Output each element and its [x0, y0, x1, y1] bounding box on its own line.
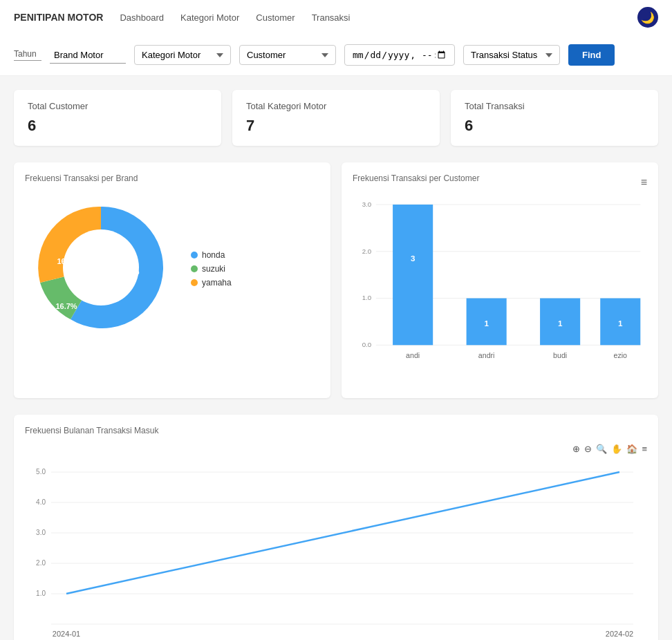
stat-kategori-title: Total Kategori Motor: [246, 101, 426, 111]
lx-jan: 2024-01: [53, 630, 80, 638]
donut-label-suzuki: 16.7%: [55, 302, 77, 310]
theme-toggle[interactable]: 🌙: [637, 7, 658, 28]
bar-chart-menu-icon[interactable]: ≡: [641, 176, 647, 189]
bar-label-andi: 3: [411, 254, 416, 263]
stat-kategori-value: 7: [246, 117, 426, 135]
kategori-motor-select[interactable]: Kategori Motor: [134, 45, 231, 65]
stat-total-kategori: Total Kategori Motor 7: [232, 90, 440, 146]
main-content: Total Customer 6 Total Kategori Motor 7 …: [0, 76, 672, 640]
lx-feb: 2024-02: [606, 630, 633, 638]
x-label-andi: andi: [406, 351, 420, 359]
legend-label-yamaha: yamaha: [202, 278, 232, 288]
legend-dot-honda: [191, 252, 198, 258]
bar-label-ezio: 1: [618, 319, 623, 328]
stat-transaksi-title: Total Transaksi: [465, 101, 644, 111]
stat-customer-value: 6: [28, 117, 207, 135]
ly-5: 5.0: [36, 468, 46, 476]
x-label-andri: andri: [478, 351, 495, 359]
toolbar-zoom-out-icon[interactable]: ⊖: [584, 444, 592, 454]
bar-label-budi: 1: [558, 319, 563, 328]
y-label-0: 0.0: [362, 341, 371, 348]
legend-label-honda: honda: [202, 250, 225, 260]
brand-motor-input[interactable]: [50, 47, 126, 64]
tahun-label: Tahun: [14, 49, 41, 61]
legend-suzuki: suzuki: [191, 264, 232, 274]
donut-svg: 66.7% 16.7% 16.7%: [25, 191, 177, 346]
charts-row: Frekuensi Transaksi per Brand: [14, 162, 658, 398]
bar-chart-card: Frekuensi Transaksi per Customer ≡ 3.0 2…: [342, 162, 658, 398]
line-chart-svg: 5.0 4.0 3.0 2.0 1.0 2024-01 2024-02: [25, 457, 647, 640]
donut-chart-card: Frekuensi Transaksi per Brand: [14, 162, 330, 398]
customer-select[interactable]: Customer: [239, 45, 336, 65]
line-chart-toolbar: ⊕ ⊖ 🔍 ✋ 🏠 ≡: [25, 444, 647, 454]
toolbar-hand-icon[interactable]: ✋: [611, 444, 622, 454]
x-label-ezio: ezio: [614, 351, 628, 359]
bar-chart-title: Frekuensi Transaksi per Customer: [353, 173, 479, 183]
donut-legend: honda suzuki yamaha: [191, 250, 232, 288]
find-button[interactable]: Find: [568, 44, 615, 66]
legend-dot-yamaha: [191, 279, 198, 286]
bar-chart-area: 3.0 2.0 1.0 0.0 3 1: [353, 191, 647, 387]
toolbar-menu-icon[interactable]: ≡: [642, 444, 647, 454]
donut-container: 66.7% 16.7% 16.7% honda suzuki: [25, 191, 319, 346]
stat-transaksi-value: 6: [465, 117, 644, 135]
ly-3: 3.0: [36, 529, 46, 536]
stats-row: Total Customer 6 Total Kategori Motor 7 …: [14, 90, 658, 146]
y-label-3: 3.0: [362, 200, 371, 208]
nav-customer[interactable]: Customer: [256, 12, 295, 23]
nav-transaksi[interactable]: Transaksi: [312, 12, 351, 23]
ly-2: 2.0: [36, 559, 46, 567]
navbar: PENITIPAN MOTOR Dashboard Kategori Motor…: [0, 0, 672, 35]
stat-total-customer: Total Customer 6: [14, 90, 221, 146]
bar-chart-svg: 3.0 2.0 1.0 0.0 3 1: [353, 191, 647, 385]
donut-label-yamaha: 16.7%: [57, 257, 78, 265]
nav-dashboard[interactable]: Dashboard: [120, 12, 164, 23]
navbar-brand: PENITIPAN MOTOR: [14, 12, 103, 23]
filter-bar: Tahun Kategori Motor Customer Transaksi …: [0, 35, 672, 76]
nav-kategori-motor[interactable]: Kategori Motor: [180, 12, 239, 23]
transaksi-status-select[interactable]: Transaksi Status: [463, 45, 560, 65]
x-label-budi: budi: [553, 351, 567, 359]
ly-1: 1.0: [36, 590, 46, 597]
y-label-2: 2.0: [362, 247, 371, 255]
bar-label-andri: 1: [484, 319, 489, 328]
legend-yamaha: yamaha: [191, 278, 232, 288]
stat-customer-title: Total Customer: [28, 101, 207, 111]
ly-4: 4.0: [36, 498, 46, 506]
toolbar-home-icon[interactable]: 🏠: [626, 444, 637, 454]
toolbar-search-icon[interactable]: 🔍: [596, 444, 607, 454]
legend-dot-suzuki: [191, 265, 198, 272]
line-chart-card: Frekuensi Bulanan Transaksi Masuk ⊕ ⊖ 🔍 …: [14, 415, 658, 640]
donut-chart-title: Frekuensi Transaksi per Brand: [25, 173, 319, 183]
y-label-1: 1.0: [362, 294, 371, 301]
legend-honda: honda: [191, 250, 232, 260]
bar-andi: [393, 205, 433, 345]
stat-total-transaksi: Total Transaksi 6: [451, 90, 658, 146]
legend-label-suzuki: suzuki: [202, 264, 225, 274]
datetime-input[interactable]: [344, 44, 455, 66]
donut-label-honda: 66.7%: [118, 267, 139, 276]
line-chart-title: Frekuensi Bulanan Transaksi Masuk: [25, 426, 647, 435]
toolbar-zoom-in-icon[interactable]: ⊕: [572, 444, 580, 454]
